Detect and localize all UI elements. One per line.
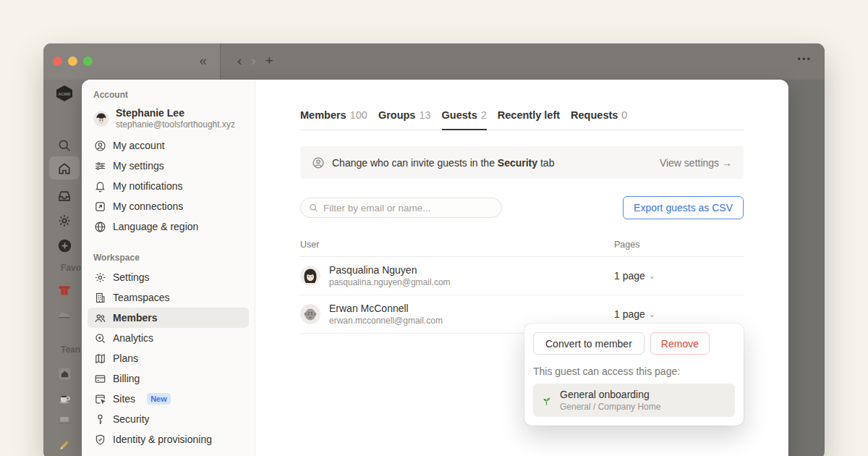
sidebar-item-language-region[interactable]: Language & region (88, 216, 249, 237)
gear-icon (93, 271, 106, 284)
search-icon[interactable] (55, 136, 74, 155)
settings-gear-icon[interactable] (55, 211, 74, 230)
sidebar-item-identity-provisioning[interactable]: Identity & provisioning (88, 429, 249, 449)
workspace-section-header: Workspace (93, 253, 249, 263)
new-tab-icon[interactable]: + (265, 51, 273, 70)
sidebar-item-members[interactable]: Members (88, 308, 249, 328)
guest-email: erwan.mcconnell@gmail.com (329, 316, 443, 326)
back-icon[interactable]: ‹ (237, 51, 242, 70)
inbox-icon[interactable] (55, 187, 74, 206)
tab-count: 100 (350, 109, 367, 122)
sidebar-item-label: Settings (113, 271, 150, 283)
guest-email: pasqualina.nguyen@gmail.com (329, 277, 451, 287)
arrow-up-right-box-icon (93, 200, 106, 213)
sidebar-item-label: Teamspaces (113, 292, 170, 303)
new-badge: New (147, 393, 171, 405)
page-breadcrumb: General / Company Home (560, 402, 660, 412)
tab-count: 13 (419, 109, 430, 122)
banner-text: Change who can invite guests in the Secu… (332, 157, 554, 169)
person-circle-icon (93, 139, 106, 152)
teamspace-laptop-emoji[interactable] (55, 411, 74, 430)
person-circle-icon (312, 156, 325, 169)
tab-members[interactable]: Members 100 (300, 109, 367, 130)
sidebar-item-my-settings[interactable]: My settings (88, 156, 249, 176)
workspace-logo[interactable]: ACME (55, 84, 74, 103)
sidebar-item-security[interactable]: Security (88, 409, 249, 429)
column-header-pages: Pages (614, 240, 744, 250)
tab-bar: Members 100 Groups 13 Guests 2 Recently … (300, 109, 744, 130)
page-title: General onboarding (560, 389, 660, 401)
avatar (300, 304, 320, 324)
pages-count: 1 page (614, 270, 645, 282)
favorite-sneaker-emoji[interactable] (55, 304, 74, 323)
browser-cursor-icon (93, 392, 106, 405)
chevron-down-icon: ⌄ (649, 310, 655, 319)
popover-caption: This guest can access this page: (533, 366, 735, 377)
tab-count: 0 (621, 109, 627, 122)
sidebar-item-billing[interactable]: Billing (88, 368, 249, 389)
sidebar-item-my-connections[interactable]: My connections (88, 196, 249, 216)
pages-dropdown[interactable]: 1 page ⌄ (614, 308, 744, 320)
new-page-icon[interactable] (55, 236, 74, 255)
minimize-window-button[interactable] (68, 56, 77, 66)
invite-settings-banner: Change who can invite guests in the Secu… (300, 146, 744, 179)
sidebar-item-label: Security (113, 413, 150, 425)
pages-dropdown[interactable]: 1 page ⌄ (614, 270, 744, 282)
tab-label: Requests (571, 109, 618, 122)
guest-name: Pasqualina Nguyen (329, 264, 451, 276)
map-icon (93, 352, 106, 365)
magnifier-plus-icon (93, 332, 106, 345)
account-profile[interactable]: Stephanie Lee stephanie@toolsforthought.… (88, 104, 249, 135)
shield-check-icon (93, 433, 106, 446)
guest-name: Erwan McConnell (329, 303, 443, 315)
home-icon[interactable] (55, 159, 74, 178)
guest-filter-field[interactable] (300, 198, 502, 218)
view-settings-link[interactable]: View settings → (660, 157, 732, 169)
sidebar-item-sites[interactable]: Sites New (88, 389, 249, 409)
people-icon (93, 311, 106, 324)
more-menu-icon[interactable]: ••• (797, 54, 812, 64)
traffic-lights (53, 56, 93, 66)
tab-label: Members (300, 109, 346, 122)
remove-guest-button[interactable]: Remove (650, 332, 710, 355)
convert-to-member-button[interactable]: Convert to member (533, 332, 644, 355)
building-icon (93, 291, 106, 304)
bell-icon (93, 180, 106, 193)
sidebar-item-my-notifications[interactable]: My notifications (88, 176, 249, 196)
sidebar-item-settings[interactable]: Settings (88, 267, 249, 287)
chevron-down-icon: ⌄ (649, 271, 655, 281)
sidebar-item-plans[interactable]: Plans (88, 348, 249, 368)
sidebar-item-label: Identity & provisioning (113, 434, 212, 445)
filter-input[interactable] (323, 203, 493, 214)
favorite-phone-emoji[interactable] (55, 281, 74, 300)
sidebar-item-label: My account (113, 140, 165, 151)
table-header: User Pages (300, 240, 744, 257)
sidebar-item-label: My connections (113, 200, 183, 212)
forward-icon: › (251, 51, 255, 70)
tab-groups[interactable]: Groups 13 (378, 109, 431, 130)
sidebar-item-teamspaces[interactable]: Teamspaces (88, 287, 249, 308)
favorites-section-label: Favo (61, 263, 81, 273)
tab-label: Recently left (498, 109, 560, 122)
tab-recently-left[interactable]: Recently left (498, 109, 560, 130)
tab-count: 2 (481, 109, 487, 121)
teamspace-home-icon[interactable] (55, 364, 74, 383)
accessible-page-item[interactable]: General onboarding General / Company Hom… (533, 384, 735, 417)
teamspace-coffee-emoji[interactable] (55, 389, 74, 408)
app-window: « ‹ › + ••• ACME (43, 43, 825, 456)
close-window-button[interactable] (53, 56, 62, 66)
table-row[interactable]: Pasqualina Nguyen pasqualina.nguyen@gmai… (300, 257, 744, 295)
sidebar-item-label: Members (113, 312, 157, 324)
tab-guests[interactable]: Guests 2 (442, 109, 487, 130)
teamspace-pencil-emoji[interactable] (55, 436, 74, 455)
zoom-window-button[interactable] (83, 56, 93, 66)
sidebar-item-my-account[interactable]: My account (88, 135, 249, 156)
collapse-sidebar-icon[interactable]: « (199, 53, 207, 69)
export-guests-csv-button[interactable]: Export guests as CSV (623, 196, 744, 219)
svg-text:ACME: ACME (58, 92, 71, 96)
globe-icon (93, 220, 106, 233)
sidebar-item-analytics[interactable]: Analytics (88, 328, 249, 348)
key-icon (93, 413, 106, 426)
tab-requests[interactable]: Requests 0 (571, 109, 627, 130)
seedling-icon (540, 394, 553, 407)
